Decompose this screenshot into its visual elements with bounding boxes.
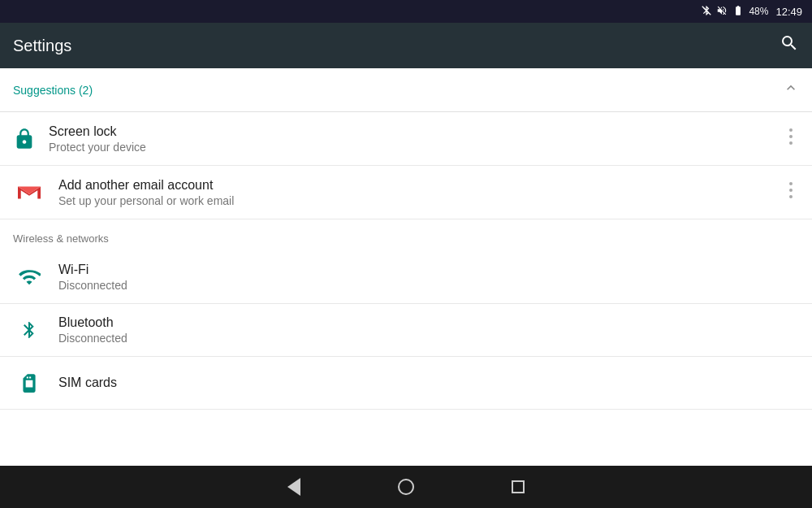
status-icons: 48% 12:49 (701, 5, 802, 19)
email-account-subtitle: Set up your personal or work email (58, 194, 783, 207)
bluetooth-icon (13, 314, 45, 346)
svg-point-5 (789, 189, 793, 192)
svg-point-3 (789, 141, 793, 145)
screen-lock-text: Screen lock Protect your device (49, 124, 783, 154)
svg-point-1 (789, 128, 793, 132)
recent-button[interactable] (512, 480, 525, 493)
wifi-title: Wi-Fi (58, 263, 799, 277)
suggestions-header[interactable]: Suggestions (2) (0, 68, 812, 112)
bluetooth-text: Bluetooth Disconnected (58, 315, 799, 345)
email-account-title: Add another email account (58, 178, 783, 193)
nav-bar (0, 466, 812, 508)
battery-percentage: 48% (749, 6, 768, 17)
screen-lock-item[interactable]: Screen lock Protect your device (0, 112, 812, 166)
sim-cards-title: SIM cards (58, 376, 799, 390)
email-account-item[interactable]: Add another email account Set up your pe… (0, 166, 812, 219)
wifi-icon (13, 261, 45, 293)
page-title: Settings (13, 37, 71, 55)
lock-icon (13, 128, 36, 150)
mute-status-icon (716, 5, 728, 19)
home-button[interactable] (398, 479, 414, 495)
back-button[interactable] (287, 478, 300, 496)
bluetooth-item[interactable]: Bluetooth Disconnected (0, 304, 812, 357)
svg-point-4 (789, 182, 793, 185)
suggestions-label: Suggestions (2) (13, 84, 93, 97)
bluetooth-title: Bluetooth (58, 315, 799, 330)
svg-point-2 (789, 135, 793, 138)
wifi-subtitle: Disconnected (58, 279, 799, 292)
status-bar: 48% 12:49 (0, 0, 812, 23)
battery-status-icon (732, 5, 745, 19)
screen-lock-more-icon[interactable] (783, 122, 799, 155)
bluetooth-status-icon (701, 5, 712, 19)
content-area: Suggestions (2) Screen lock Protect your… (0, 68, 812, 466)
sim-cards-text: SIM cards (58, 376, 799, 390)
wireless-section-label: Wireless & networks (0, 219, 812, 251)
email-account-text: Add another email account Set up your pe… (58, 178, 783, 207)
wifi-text: Wi-Fi Disconnected (58, 263, 799, 292)
search-icon[interactable] (780, 33, 799, 58)
screen-lock-title: Screen lock (49, 124, 783, 139)
gmail-icon (13, 176, 45, 209)
sim-icon (13, 367, 45, 399)
bluetooth-subtitle: Disconnected (58, 332, 799, 345)
screen-lock-subtitle: Protect your device (49, 141, 783, 154)
suggestions-chevron-icon (783, 80, 799, 100)
svg-point-6 (789, 195, 793, 198)
status-time: 12:49 (775, 6, 802, 18)
sim-cards-item[interactable]: SIM cards (0, 357, 812, 410)
toolbar: Settings (0, 23, 812, 68)
email-account-more-icon[interactable] (783, 176, 799, 209)
wifi-item[interactable]: Wi-Fi Disconnected (0, 251, 812, 304)
